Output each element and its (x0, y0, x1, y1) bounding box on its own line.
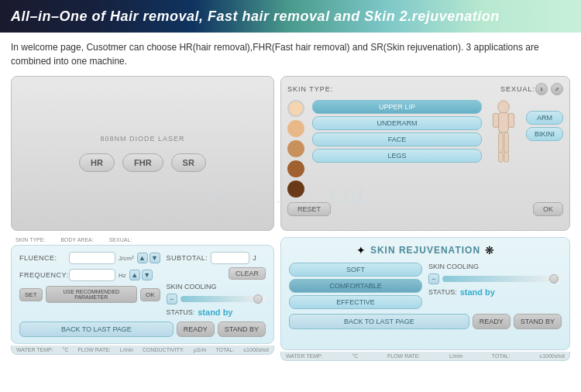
sr-effective-button[interactable]: EFFECTIVE (289, 295, 422, 309)
flow-unit: L/min (120, 347, 133, 352)
laser-buttons-group: HR FHR SR (79, 153, 206, 172)
female-icon[interactable]: ♀ (535, 83, 548, 95)
hr-params-container: SKIN TYPE: BODY AREA: SEXUAL: FLUENCE: J… (11, 237, 274, 361)
sr-cooling-label: SKIN COOLING (428, 263, 483, 270)
sr-standby-button[interactable]: STAND BY (514, 314, 562, 329)
sr-water-temp-label: WATER TEMP: (286, 353, 323, 359)
swatch-5[interactable] (287, 181, 304, 198)
skin-ok-button[interactable]: OK (533, 202, 563, 216)
sr-total-value: ≤1000shot (539, 353, 565, 359)
sr-total-label: TOTAL: (492, 353, 511, 359)
sr-modes: SOFT COMFORTABLE EFFECTIVE (289, 263, 422, 314)
body-area-buttons: UPPER LIP UNDERARM FACE LEGS (312, 100, 482, 198)
frequency-down[interactable]: ▼ (142, 270, 153, 280)
fhr-button[interactable]: FHR (122, 153, 163, 172)
skin-cooling-label: SKIN COOLING (167, 283, 221, 291)
skin-type-panel: SKIN TYPE: SEXUAL: ♀ ♂ (280, 76, 570, 231)
legs-button[interactable]: LEGS (312, 149, 482, 163)
hr-left-col: FLUENCE: J/cm² ▲ ▼ FREQUENCY: Hz (19, 252, 160, 322)
total-value: ≤1000shot (243, 347, 269, 352)
hr-back-button[interactable]: BACK TO LAST PAGE (19, 322, 174, 337)
sr-button[interactable]: SR (171, 153, 206, 172)
sr-soft-button[interactable]: SOFT (289, 263, 422, 277)
cooling-slider[interactable] (180, 296, 266, 302)
laser-label: 808NM DIODE LASER (100, 135, 184, 143)
arm-button[interactable]: ARM (526, 111, 563, 125)
set-button[interactable]: SET (19, 288, 43, 301)
bottom-panels-row: SKIN TYPE: BODY AREA: SEXUAL: FLUENCE: J… (11, 237, 570, 361)
swatch-1[interactable] (287, 100, 304, 117)
sr-icon-right: ❋ (485, 244, 494, 256)
hr-right-col: SUBTOTAL: J CLEAR SKIN COOLING − (167, 252, 266, 322)
cond-unit: μS/m (194, 347, 206, 352)
hr-status-value: stand by (198, 308, 232, 317)
status-row: STATUS: stand by (167, 308, 266, 317)
frequency-up[interactable]: ▲ (129, 270, 140, 280)
sr-cooling-slider[interactable] (442, 276, 562, 282)
subtotal-row: SUBTOTAL: J (167, 252, 266, 264)
sr-back-button[interactable]: BACK TO LAST PAGE (289, 314, 469, 329)
subtotal-input[interactable] (211, 252, 249, 264)
sr-comfortable-button[interactable]: COMFORTABLE (289, 279, 422, 293)
sr-flow-rate-label: FLOW RATE: (387, 353, 420, 359)
hr-info-bar: WATER TEMP: °C FLOW RATE: L/min CONDUCTI… (11, 346, 274, 355)
svg-rect-2 (493, 113, 499, 127)
use-recommended-button[interactable]: USE RECOMMENDED PARAMETER (46, 286, 137, 303)
param-ok-button[interactable]: OK (140, 288, 160, 301)
hr-params-panel: FLUENCE: J/cm² ▲ ▼ FREQUENCY: Hz (11, 245, 274, 344)
bikini-button[interactable]: BIKINI (526, 127, 563, 141)
model-figure (486, 100, 521, 198)
sr-cooling-minus[interactable]: − (428, 273, 439, 284)
face-button[interactable]: FACE (312, 132, 482, 146)
swatch-2[interactable] (287, 120, 304, 137)
gender-icons: ♀ ♂ (535, 83, 563, 95)
hr-ready-button[interactable]: READY (177, 322, 215, 337)
svg-rect-3 (509, 113, 514, 127)
top-panels-row: 808NM DIODE LASER HR FHR SR SKIN TYPE: S… (11, 76, 570, 231)
fluence-up[interactable]: ▲ (137, 253, 148, 263)
body-model-svg (488, 100, 519, 177)
svg-point-0 (498, 101, 510, 113)
cooling-thumb[interactable] (253, 294, 263, 304)
underarm-button[interactable]: UNDERARM (312, 116, 482, 130)
frequency-row: FREQUENCY: Hz ▲ ▼ (19, 269, 160, 281)
svg-rect-6 (499, 152, 503, 162)
fluence-down[interactable]: ▼ (150, 253, 160, 263)
hr-button[interactable]: HR (79, 153, 115, 172)
sr-status-row: STATUS: stand by (428, 287, 562, 297)
header: All–in–One of Hair removal, Fast hair re… (0, 0, 581, 33)
sr-title: SKIN REJUVENATION (370, 245, 480, 256)
conductivity-label: CONDUCTIVITY: (143, 347, 184, 352)
swatch-4[interactable] (287, 160, 304, 177)
skin-panel-footer: RESET OK (287, 202, 563, 216)
main-content: In welcome page, Cusotmer can choose HR(… (0, 33, 581, 392)
sr-container: ✦ SKIN REJUVENATION ❋ SOFT COMFORTABLE E… (280, 237, 570, 361)
description-text: In welcome page, Cusotmer can choose HR(… (11, 40, 570, 68)
hr-standby-button[interactable]: STAND BY (218, 322, 266, 337)
hr-labels-row: SKIN TYPE: BODY AREA: SEXUAL: (11, 237, 274, 242)
sr-cooling-thumb[interactable] (549, 274, 559, 284)
male-icon[interactable]: ♂ (551, 83, 563, 95)
upper-lip-button[interactable]: UPPER LIP (312, 100, 482, 114)
svg-rect-5 (504, 132, 508, 153)
reset-button[interactable]: RESET (287, 202, 331, 216)
sr-ready-button[interactable]: READY (473, 314, 511, 329)
frequency-unit: Hz (119, 272, 126, 279)
sr-action-row: BACK TO LAST PAGE READY STAND BY (289, 314, 562, 329)
frequency-input[interactable] (69, 269, 115, 281)
cooling-minus[interactable]: − (167, 294, 177, 304)
sexual-info-label: SEXUAL: (109, 237, 132, 242)
svg-rect-4 (499, 132, 503, 153)
sr-right-params: SKIN COOLING − STATUS: stand by (428, 263, 562, 314)
sr-info-bar: WATER TEMP: °C FLOW RATE: L/min TOTAL: ≤… (280, 352, 570, 361)
skin-type-info-label: SKIN TYPE: (15, 237, 45, 242)
clear-button[interactable]: CLEAR (229, 267, 266, 280)
fluence-input[interactable] (69, 252, 115, 264)
sr-header: ✦ SKIN REJUVENATION ❋ (289, 244, 562, 256)
sr-icon: ✦ (356, 244, 366, 256)
swatch-3[interactable] (287, 140, 304, 157)
laser-panel: 808NM DIODE LASER HR FHR SR (11, 76, 274, 231)
hr-status-label: STATUS: (167, 308, 195, 316)
fluence-unit: J/cm² (119, 255, 134, 262)
sr-mode-buttons: SOFT COMFORTABLE EFFECTIVE (289, 263, 422, 309)
